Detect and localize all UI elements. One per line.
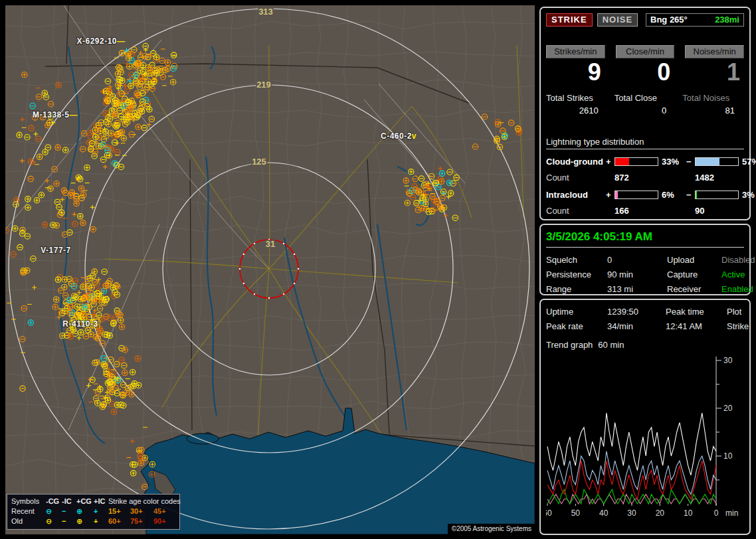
legend-symbols-header: Symbols bbox=[11, 497, 46, 506]
svg-text:20: 20 bbox=[723, 404, 733, 413]
cg-pos-bar-fill bbox=[615, 158, 629, 165]
bearing-readout: Bng 265° 238mi bbox=[646, 13, 744, 27]
svg-text:219: 219 bbox=[256, 80, 271, 90]
legend-age-header: Strike age color codes bbox=[108, 497, 175, 506]
total-strikes-value: 2610 bbox=[546, 106, 608, 116]
age-75: 75+ bbox=[130, 516, 153, 526]
ic-pos-pct: 6% bbox=[658, 190, 686, 200]
copyright-text: ©2005 Astrogenic Systems bbox=[448, 524, 535, 534]
status-panel: 3/5/2026 4:05:19 AM Squelch 0 Upload Dis… bbox=[539, 224, 751, 295]
total-strikes: Total Strikes 2610 bbox=[546, 93, 608, 116]
svg-text:31: 31 bbox=[266, 239, 275, 249]
svg-text:30: 30 bbox=[723, 356, 733, 365]
svg-text:X-6292-10—: X-6292-10— bbox=[76, 37, 125, 46]
peak-time-header: Peak time bbox=[666, 307, 727, 317]
ic-neg-bar bbox=[695, 191, 739, 199]
ic-pos-count: 166 bbox=[614, 206, 658, 216]
range-value: 313 mi bbox=[607, 284, 667, 294]
legend-col-pos-cg: +CG bbox=[76, 497, 94, 506]
upload-label: Upload bbox=[667, 255, 721, 265]
svg-text:20: 20 bbox=[656, 508, 665, 518]
close-per-min: Close/min 0 bbox=[616, 45, 675, 85]
close-per-min-value: 0 bbox=[616, 60, 675, 85]
map-canvas[interactable]: 31321912531X-6292-10—M-1338-5—C-460-2vV-… bbox=[5, 5, 535, 534]
legend-col-neg-cg: -CG bbox=[46, 497, 62, 506]
total-noises-label: Total Noises bbox=[682, 93, 744, 103]
close-per-min-label: Close/min bbox=[616, 45, 675, 58]
lightning-map[interactable]: 31321912531X-6292-10—M-1338-5—C-460-2vV-… bbox=[5, 5, 535, 534]
capture-label: Capture bbox=[667, 270, 721, 279]
clock-readout: 3/5/2026 4:05:19 AM bbox=[546, 230, 744, 248]
pos-cg-old-icon: ⊕ bbox=[76, 516, 94, 526]
trend-graph-window: 60 min bbox=[598, 340, 624, 350]
svg-text:40: 40 bbox=[599, 508, 609, 518]
status-rows: Squelch 0 Upload Disabled Persistence 90… bbox=[546, 255, 744, 294]
pos-cg-recent-icon: ⊕ bbox=[76, 506, 94, 516]
svg-text:min: min bbox=[725, 508, 738, 518]
cg-neg-count: 1482 bbox=[695, 173, 739, 183]
svg-text:313: 313 bbox=[258, 7, 273, 17]
noise-mode-button[interactable]: NOISE bbox=[597, 13, 638, 27]
ic-neg-bar-fill bbox=[696, 191, 697, 198]
neg-ic-recent-icon: − bbox=[62, 506, 76, 516]
persistence-label: Persistence bbox=[546, 270, 607, 279]
plus-sign: + bbox=[606, 190, 614, 200]
svg-text:C-460-2v: C-460-2v bbox=[381, 131, 417, 141]
age-45: 45+ bbox=[153, 506, 175, 516]
svg-text:30: 30 bbox=[627, 508, 636, 518]
cg-neg-pct: 57% bbox=[739, 157, 756, 167]
mode-toolbar: STRIKE NOISE Bng 265° 238mi bbox=[546, 13, 744, 27]
peak-rate-label: Peak rate bbox=[546, 321, 607, 331]
trend-graph-label: Trend graph bbox=[546, 340, 593, 350]
legend-col-neg-ic: -IC bbox=[62, 497, 76, 506]
legend-header-row: Symbols -CG -IC +CG +IC Strike age color… bbox=[11, 497, 176, 506]
cg-neg-bar bbox=[695, 157, 739, 166]
bearing-distance: 238mi bbox=[715, 15, 739, 25]
intracloud-row: Intracloud + 6% − 3% bbox=[546, 190, 744, 200]
ic-pos-bar-fill bbox=[615, 191, 618, 198]
strikes-per-min-value: 9 bbox=[546, 60, 605, 85]
minus-sign: − bbox=[686, 190, 695, 200]
legend-recent-label: Recent bbox=[11, 506, 46, 516]
legend-row-old: Old ⊖ − ⊕ + 60+ 75+ 90+ bbox=[11, 516, 176, 526]
strikes-per-min-label: Strikes/min bbox=[546, 45, 605, 58]
total-close: Total Close 0 bbox=[614, 93, 676, 116]
app-window: { "map": { "copyright": "©2005 Astrogeni… bbox=[0, 0, 756, 539]
strike-mode-button[interactable]: STRIKE bbox=[546, 13, 593, 27]
total-strikes-label: Total Strikes bbox=[546, 93, 608, 103]
cg-neg-bar-fill bbox=[696, 158, 719, 165]
ic-count-label: Count bbox=[546, 206, 606, 216]
cg-count-label: Count bbox=[546, 173, 606, 183]
receiver-label: Receiver bbox=[667, 284, 721, 294]
neg-cg-old-icon: ⊖ bbox=[46, 516, 62, 526]
cg-pos-pct: 33% bbox=[658, 157, 686, 167]
range-label: Range bbox=[546, 284, 607, 294]
noises-per-min: Noises/min 1 bbox=[685, 45, 744, 85]
bearing-label: Bng 265° bbox=[650, 15, 688, 25]
total-noises: Total Noises 81 bbox=[682, 93, 744, 116]
squelch-label: Squelch bbox=[546, 255, 607, 265]
cg-pos-count: 872 bbox=[614, 173, 658, 183]
plus-sign: + bbox=[606, 157, 614, 167]
plot-mode-value: Strike bbox=[727, 321, 749, 331]
trend-panel: Uptime 1239:50 Peak time Plot Peak rate … bbox=[539, 299, 751, 535]
svg-text:M-1338-5—: M-1338-5— bbox=[33, 110, 78, 119]
rate-counters: Strikes/min 9 Close/min 0 Noises/min 1 bbox=[546, 45, 744, 85]
intracloud-label: Intracloud bbox=[546, 190, 606, 200]
neg-ic-old-icon: − bbox=[62, 516, 76, 526]
stats-rows: Uptime 1239:50 Peak time Plot Peak rate … bbox=[546, 307, 744, 331]
age-90: 90+ bbox=[153, 516, 175, 526]
distribution-title: Lightning type distribution bbox=[546, 137, 744, 149]
cloud-ground-label: Cloud-ground bbox=[546, 157, 606, 167]
neg-cg-recent-icon: ⊖ bbox=[46, 506, 62, 516]
upload-value: Disabled bbox=[721, 255, 755, 265]
capture-value: Active bbox=[721, 270, 755, 279]
peak-time-value: 12:41 AM bbox=[666, 321, 727, 331]
map-legend: Symbols -CG -IC +CG +IC Strike age color… bbox=[7, 494, 180, 530]
svg-text:10: 10 bbox=[684, 508, 693, 518]
ic-neg-pct: 3% bbox=[739, 190, 755, 200]
trend-graph-caption: Trend graph 60 min bbox=[546, 340, 744, 350]
ic-pos-bar bbox=[614, 191, 658, 199]
pos-ic-old-icon: + bbox=[94, 516, 108, 526]
receiver-value: Enabled bbox=[721, 284, 755, 294]
